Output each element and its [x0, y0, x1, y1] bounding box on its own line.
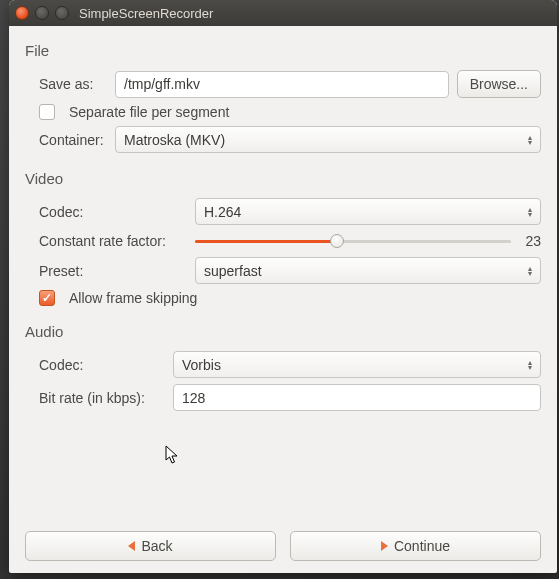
- container-value: Matroska (MKV): [124, 132, 225, 148]
- preset-row: Preset: superfast ▴▾: [39, 257, 541, 284]
- window-maximize-icon[interactable]: [55, 6, 69, 20]
- crf-slider[interactable]: [195, 231, 511, 251]
- main-window: SimpleScreenRecorder File Save as: Brows…: [9, 0, 557, 573]
- preset-value: superfast: [204, 263, 262, 279]
- footer-buttons: Back Continue: [25, 531, 541, 561]
- video-codec-select[interactable]: H.264 ▴▾: [195, 198, 541, 225]
- save-as-row: Save as: Browse...: [39, 70, 541, 98]
- content-area: File Save as: Browse... Separate file pe…: [9, 26, 557, 573]
- container-row: Container: Matroska (MKV) ▴▾: [39, 126, 541, 153]
- video-codec-row: Codec: H.264 ▴▾: [39, 198, 541, 225]
- back-button-label: Back: [141, 538, 172, 554]
- chevron-updown-icon: ▴▾: [528, 266, 532, 276]
- save-as-label: Save as:: [39, 76, 107, 92]
- separate-file-checkbox[interactable]: [39, 104, 55, 120]
- frame-skip-row: Allow frame skipping: [39, 290, 541, 306]
- video-codec-label: Codec:: [39, 204, 187, 220]
- bitrate-row: Bit rate (in kbps):: [39, 384, 541, 411]
- browse-button[interactable]: Browse...: [457, 70, 541, 98]
- audio-section-title: Audio: [25, 323, 541, 340]
- continue-button-label: Continue: [394, 538, 450, 554]
- separate-file-label: Separate file per segment: [69, 104, 229, 120]
- audio-codec-value: Vorbis: [182, 357, 221, 373]
- frame-skip-label: Allow frame skipping: [69, 290, 197, 306]
- browse-button-label: Browse...: [470, 76, 528, 92]
- crf-row: Constant rate factor: 23: [39, 231, 541, 251]
- bitrate-input[interactable]: [173, 384, 541, 411]
- chevron-updown-icon: ▴▾: [528, 360, 532, 370]
- chevron-updown-icon: ▴▾: [528, 135, 532, 145]
- file-section-title: File: [25, 42, 541, 59]
- audio-codec-label: Codec:: [39, 357, 165, 373]
- preset-select[interactable]: superfast ▴▾: [195, 257, 541, 284]
- arrow-right-icon: [381, 541, 388, 551]
- slider-thumb-icon[interactable]: [330, 234, 344, 248]
- titlebar[interactable]: SimpleScreenRecorder: [9, 0, 557, 26]
- arrow-left-icon: [128, 541, 135, 551]
- crf-label: Constant rate factor:: [39, 233, 187, 249]
- window-minimize-icon[interactable]: [35, 6, 49, 20]
- window-title: SimpleScreenRecorder: [79, 6, 213, 21]
- frame-skip-checkbox[interactable]: [39, 290, 55, 306]
- back-button[interactable]: Back: [25, 531, 276, 561]
- audio-codec-row: Codec: Vorbis ▴▾: [39, 351, 541, 378]
- continue-button[interactable]: Continue: [290, 531, 541, 561]
- preset-label: Preset:: [39, 263, 187, 279]
- separate-file-row: Separate file per segment: [39, 104, 541, 120]
- container-select[interactable]: Matroska (MKV) ▴▾: [115, 126, 541, 153]
- bitrate-label: Bit rate (in kbps):: [39, 390, 165, 406]
- video-section-title: Video: [25, 170, 541, 187]
- window-close-icon[interactable]: [15, 6, 29, 20]
- chevron-updown-icon: ▴▾: [528, 207, 532, 217]
- audio-codec-select[interactable]: Vorbis ▴▾: [173, 351, 541, 378]
- save-as-input[interactable]: [115, 71, 449, 98]
- crf-value: 23: [519, 233, 541, 249]
- container-label: Container:: [39, 132, 107, 148]
- video-codec-value: H.264: [204, 204, 241, 220]
